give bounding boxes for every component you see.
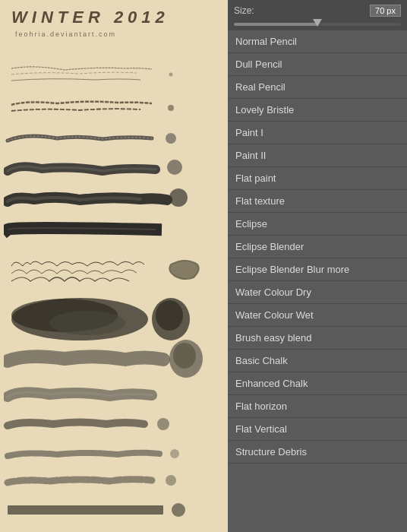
- size-slider-track[interactable]: [234, 23, 401, 26]
- brush-list: Normal PencilDull PencilReal PencilLovel…: [228, 30, 407, 532]
- svg-point-3: [167, 160, 182, 175]
- brush-list-item[interactable]: Eclipse Blender: [228, 236, 407, 258]
- brush-list-item[interactable]: Basic Chalk: [228, 350, 407, 372]
- svg-point-7: [49, 311, 125, 335]
- brush-list-item[interactable]: Flat Vertical: [228, 418, 407, 441]
- brush-list-item[interactable]: Paint II: [228, 144, 407, 167]
- brush-list-item[interactable]: Lovely Bristle: [228, 99, 407, 122]
- app-title: WINTER 2012: [11, 8, 169, 27]
- svg-point-9: [156, 300, 183, 331]
- brush-list-item[interactable]: Enhanced Chalk: [228, 372, 407, 395]
- brush-list-item[interactable]: Water Colour Wet: [228, 304, 407, 327]
- brush-list-item[interactable]: Paint I: [228, 122, 407, 144]
- brush-list-item[interactable]: Normal Pencil: [228, 30, 407, 53]
- svg-point-11: [173, 343, 196, 369]
- brush-list-item[interactable]: Eclipse Blender Blur more: [228, 258, 407, 281]
- svg-point-0: [169, 73, 173, 77]
- brush-list-item[interactable]: Water Colour Dry: [228, 281, 407, 304]
- svg-point-2: [166, 133, 176, 144]
- author-subtitle: feohria.deviantart.com: [15, 30, 116, 38]
- size-control-bar: Size: 70 px: [228, 0, 407, 21]
- svg-point-1: [168, 105, 174, 111]
- svg-point-16: [172, 503, 185, 517]
- size-slider-thumb[interactable]: [313, 19, 322, 27]
- brush-list-item[interactable]: Flat paint: [228, 167, 407, 190]
- brush-preview-panel: WINTER 2012 feohria.deviantart.com: [0, 0, 228, 532]
- brush-list-item[interactable]: Dull Pencil: [228, 53, 407, 76]
- size-label: Size:: [234, 5, 254, 16]
- svg-point-13: [170, 449, 179, 458]
- svg-point-12: [157, 418, 169, 430]
- brush-list-item[interactable]: Brush easy blend: [228, 327, 407, 350]
- brush-list-item[interactable]: Eclipse: [228, 213, 407, 236]
- brush-list-item[interactable]: Flat texture: [228, 190, 407, 213]
- brush-list-panel: Size: 70 px Normal PencilDull PencilReal…: [228, 0, 407, 532]
- brush-strokes-preview: [4, 53, 224, 524]
- size-value[interactable]: 70 px: [370, 5, 401, 17]
- svg-rect-15: [8, 505, 163, 515]
- svg-point-14: [166, 475, 176, 486]
- brush-list-item[interactable]: Real Pencil: [228, 76, 407, 99]
- brush-list-item[interactable]: Flat horizon: [228, 395, 407, 418]
- brush-list-item[interactable]: Structure Debris: [228, 441, 407, 464]
- size-slider-container[interactable]: [228, 21, 407, 30]
- svg-point-4: [169, 188, 188, 207]
